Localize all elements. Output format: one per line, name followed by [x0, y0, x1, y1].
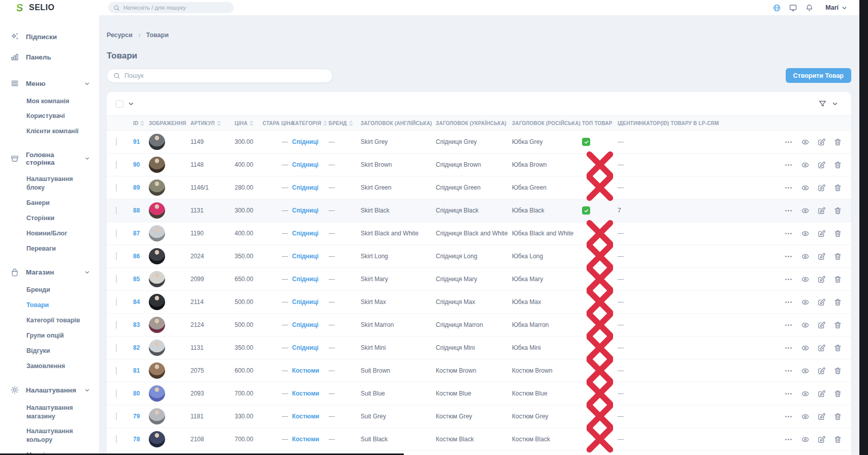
- category-link[interactable]: Костюми: [292, 367, 319, 374]
- product-image[interactable]: [149, 317, 165, 333]
- edit-icon[interactable]: [817, 435, 826, 444]
- column-header[interactable]: АРТИКУЛ: [190, 120, 235, 127]
- breadcrumb-item-resources[interactable]: Ресурси: [107, 32, 133, 39]
- view-icon[interactable]: [801, 184, 810, 192]
- view-icon[interactable]: [801, 252, 810, 261]
- sort-icon[interactable]: [323, 120, 327, 127]
- category-link[interactable]: Спідниці: [292, 321, 318, 328]
- sidebar-item-3-0[interactable]: Налаштування блоку: [0, 172, 99, 196]
- view-icon[interactable]: [801, 367, 810, 375]
- row-checkbox[interactable]: [116, 367, 117, 375]
- product-id-link[interactable]: 91: [133, 138, 140, 145]
- row-checkbox[interactable]: [116, 229, 117, 237]
- category-link[interactable]: Костюми: [292, 413, 319, 420]
- edit-icon[interactable]: [817, 184, 826, 192]
- edit-icon[interactable]: [817, 138, 826, 146]
- delete-icon[interactable]: [833, 367, 842, 375]
- chevron-down-icon[interactable]: [128, 101, 134, 107]
- row-checkbox[interactable]: [116, 412, 117, 420]
- sidebar-item-4-3[interactable]: Групи опцій: [0, 328, 99, 344]
- edit-icon[interactable]: [817, 367, 826, 375]
- sidebar-item-4[interactable]: Магазин: [0, 262, 99, 283]
- column-header[interactable]: БРЕНД: [329, 120, 361, 127]
- category-link[interactable]: Спідниці: [292, 184, 318, 191]
- more-actions-icon[interactable]: [784, 389, 793, 398]
- product-image[interactable]: [149, 362, 165, 379]
- sidebar-item-5-1[interactable]: Налаштування кольору: [0, 424, 99, 448]
- delete-icon[interactable]: [833, 435, 842, 444]
- product-image[interactable]: [149, 294, 165, 310]
- product-id-link[interactable]: 83: [133, 321, 140, 328]
- view-icon[interactable]: [801, 206, 810, 215]
- sidebar-item-1[interactable]: Панель: [0, 47, 99, 67]
- products-search[interactable]: [107, 69, 333, 83]
- product-image[interactable]: [149, 431, 165, 447]
- more-actions-icon[interactable]: [784, 252, 793, 261]
- create-product-button[interactable]: Створити Товар: [786, 68, 852, 83]
- view-icon[interactable]: [801, 321, 810, 329]
- more-actions-icon[interactable]: [784, 275, 793, 284]
- sidebar-item-3-3[interactable]: Новини/Блог: [0, 226, 99, 241]
- monitor-icon[interactable]: [789, 4, 797, 12]
- delete-icon[interactable]: [833, 344, 842, 352]
- row-checkbox[interactable]: [116, 275, 117, 283]
- sidebar-item-0[interactable]: Підписки: [0, 26, 99, 47]
- view-icon[interactable]: [801, 229, 810, 238]
- product-id-link[interactable]: 85: [133, 276, 140, 283]
- sidebar-item-4-4[interactable]: Відгуки: [0, 343, 99, 358]
- user-menu[interactable]: Mari: [825, 4, 847, 11]
- delete-icon[interactable]: [833, 184, 842, 192]
- delete-icon[interactable]: [833, 298, 842, 307]
- row-checkbox[interactable]: [116, 298, 117, 306]
- product-id-link[interactable]: 89: [133, 184, 140, 191]
- product-image[interactable]: [149, 385, 165, 402]
- more-actions-icon[interactable]: [784, 229, 793, 238]
- category-link[interactable]: Спідниці: [292, 161, 318, 168]
- column-header[interactable]: ID: [133, 120, 149, 127]
- more-actions-icon[interactable]: [784, 344, 793, 352]
- row-checkbox[interactable]: [116, 252, 117, 260]
- product-id-link[interactable]: 80: [133, 390, 140, 397]
- product-id-link[interactable]: 88: [133, 207, 140, 214]
- product-image[interactable]: [149, 225, 165, 241]
- more-actions-icon[interactable]: [784, 412, 793, 421]
- sidebar-item-2-0[interactable]: Моя компанія: [0, 94, 99, 109]
- category-link[interactable]: Спідниці: [292, 138, 318, 145]
- row-checkbox[interactable]: [116, 161, 117, 169]
- products-search-input[interactable]: [124, 72, 326, 79]
- product-image[interactable]: [149, 248, 165, 264]
- more-actions-icon[interactable]: [784, 435, 793, 444]
- view-icon[interactable]: [801, 161, 810, 169]
- more-actions-icon[interactable]: [784, 321, 793, 329]
- product-id-link[interactable]: 90: [133, 161, 140, 168]
- row-checkbox[interactable]: [116, 206, 117, 215]
- more-actions-icon[interactable]: [784, 367, 793, 375]
- product-id-link[interactable]: 81: [133, 367, 140, 374]
- sort-icon[interactable]: [217, 120, 221, 127]
- globe-icon[interactable]: [773, 4, 781, 12]
- select-all-checkbox[interactable]: [116, 100, 123, 108]
- edit-icon[interactable]: [817, 389, 826, 398]
- view-icon[interactable]: [801, 138, 810, 146]
- category-link[interactable]: Костюми: [292, 390, 319, 397]
- delete-icon[interactable]: [833, 138, 842, 146]
- more-actions-icon[interactable]: [784, 298, 793, 307]
- column-header[interactable]: КАТЕГОРІЯ: [292, 120, 329, 127]
- global-search[interactable]: [108, 2, 234, 13]
- sidebar-item-2-1[interactable]: Користувачі: [0, 109, 99, 124]
- sort-icon[interactable]: [140, 120, 144, 127]
- sidebar-item-2[interactable]: Меню: [0, 73, 99, 94]
- row-checkbox[interactable]: [116, 344, 117, 352]
- product-id-link[interactable]: 84: [133, 298, 140, 306]
- sidebar-item-4-5[interactable]: Замовлення: [0, 358, 99, 374]
- product-image[interactable]: [149, 179, 165, 196]
- filter-funnel-icon[interactable]: [818, 100, 827, 108]
- row-checkbox[interactable]: [116, 389, 117, 398]
- category-link[interactable]: Спідниці: [292, 298, 318, 306]
- product-id-link[interactable]: 82: [133, 344, 140, 351]
- product-id-link[interactable]: 78: [133, 436, 140, 443]
- global-search-input[interactable]: [123, 5, 229, 11]
- chevron-down-icon[interactable]: [832, 101, 838, 107]
- view-icon[interactable]: [801, 298, 810, 307]
- delete-icon[interactable]: [833, 229, 842, 238]
